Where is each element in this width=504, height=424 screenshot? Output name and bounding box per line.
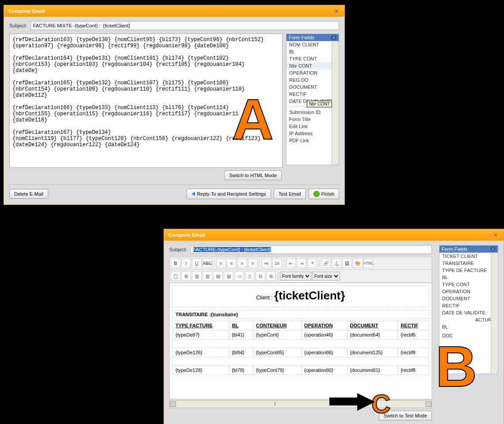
- sidebar-item[interactable]: TYPE CONT: [439, 281, 498, 288]
- sidebar-item[interactable]: DOCUMENT: [286, 83, 339, 91]
- arrow-left-icon: [191, 192, 195, 196]
- indent-icon[interactable]: ⇥: [297, 258, 306, 268]
- close-icon[interactable]: ×: [333, 8, 340, 15]
- font-family-select[interactable]: Font family: [280, 272, 311, 280]
- sidebar-item[interactable]: DOC: [439, 332, 498, 339]
- sidebar-item[interactable]: BL: [439, 274, 498, 281]
- sidebar-item[interactable]: Form Title: [286, 116, 339, 123]
- list-ul-icon[interactable]: •≡: [262, 258, 271, 268]
- subject-label: Subject:: [9, 23, 27, 28]
- switch-html-mode-button[interactable]: Switch to HTML Mode: [224, 170, 282, 180]
- merge-icon[interactable]: ⊟: [256, 271, 265, 281]
- sidebar-item[interactable]: NOM CLIENT: [286, 41, 339, 48]
- info-icon[interactable]: i: [490, 246, 496, 252]
- sidebar-item[interactable]: BL: [439, 323, 498, 330]
- bold-icon[interactable]: B: [171, 258, 180, 268]
- sidebar-item[interactable]: Submission ID: [286, 109, 339, 116]
- italic-icon[interactable]: I: [181, 258, 191, 268]
- rte-toolbar-row-1: B I U ABC ≡ ≡ ≡ ≡ •≡ 1≡ ⇤ ⇥ ❝: [169, 257, 432, 270]
- sidebar-item[interactable]: OPERATION: [439, 288, 498, 295]
- subject-input[interactable]: [31, 21, 339, 30]
- client-line: Client : {ticketClient}: [172, 286, 429, 307]
- table-header: TYPE FACTURE: [173, 321, 229, 330]
- form-fields-list: TICKET CLIENT TRANSITAIRE TYPE DE FACTUR…: [439, 253, 498, 374]
- form-fields-panel: Form Fields i NOM CLIENT BL TYPE CONT Nb…: [286, 34, 339, 165]
- table-row: {typeDe87} {bl41} {typeCont} {operation4…: [173, 330, 429, 340]
- sidebar-item[interactable]: RECTIF: [286, 91, 339, 98]
- col-after-icon[interactable]: ▤: [224, 271, 233, 281]
- sidebar-item[interactable]: TYPE DE FACTURE: [439, 267, 498, 274]
- col-before-icon[interactable]: ▤: [213, 271, 223, 281]
- sidebar-item[interactable]: Edit Link: [286, 123, 339, 130]
- transitaire-line: TRANSITAIRE :{transitaire}: [172, 310, 429, 319]
- sidebar-item[interactable]: RECTIF: [439, 302, 498, 309]
- table-header: RECTIF: [398, 321, 429, 330]
- test-email-button[interactable]: Test Email: [274, 189, 306, 199]
- form-fields-header: Form Fields i: [286, 34, 339, 41]
- table-header: OPERATION: [302, 321, 347, 330]
- delete-row-icon[interactable]: ▭: [234, 271, 244, 281]
- sidebar-item[interactable]: DOCUMENT: [439, 295, 498, 302]
- horizontal-scrollbar[interactable]: [169, 400, 432, 408]
- sidebar-item[interactable]: ACTURE: [439, 316, 498, 323]
- split-icon[interactable]: ⊞: [266, 271, 276, 281]
- subject-selected-text: FACTURE-{typeCont} : {ticketClient}: [193, 247, 271, 252]
- switch-text-mode-button[interactable]: Switch to Text Mode: [379, 411, 432, 420]
- quote-icon[interactable]: ❝: [307, 258, 317, 268]
- sidebar-item[interactable]: BL: [286, 48, 339, 55]
- color-icon[interactable]: 🎨: [353, 258, 363, 268]
- close-icon[interactable]: ×: [492, 231, 499, 238]
- sidebar-item[interactable]: TYPE CONT: [286, 55, 339, 62]
- sidebar-item[interactable]: Nbr CONT: [286, 62, 339, 69]
- align-center-icon[interactable]: ≡: [227, 258, 237, 268]
- scrollbar[interactable]: [332, 41, 339, 165]
- window-title: Compose Email: [8, 8, 45, 14]
- sidebar-item[interactable]: PDF Link: [286, 137, 339, 144]
- reply-recipient-settings-button[interactable]: Reply-To and Recipient Settings: [187, 189, 271, 199]
- paste-icon[interactable]: 📋: [171, 271, 180, 281]
- scrollbar[interactable]: [491, 253, 498, 374]
- sidebar-item[interactable]: DATE DE VALIDITE: [439, 309, 498, 316]
- underline-icon[interactable]: U: [192, 258, 202, 268]
- form-fields-panel-b: Form Fields i TICKET CLIENT TRANSITAIRE …: [439, 245, 498, 374]
- strike-icon[interactable]: ABC: [202, 258, 212, 268]
- table-icon[interactable]: ⊞: [181, 271, 191, 281]
- align-right-icon[interactable]: ≡: [237, 258, 247, 268]
- divider: [289, 106, 336, 107]
- compose-email-window-a: Compose Email × Subject: {refDeclaration…: [4, 5, 345, 205]
- delete-col-icon[interactable]: ▯: [245, 271, 255, 281]
- titlebar-a: Compose Email ×: [4, 5, 344, 17]
- info-icon[interactable]: i: [331, 35, 336, 40]
- sidebar-item[interactable]: TICKET CLIENT: [439, 253, 498, 260]
- subject-input[interactable]: FACTURE-{typeCont} : {ticketClient}: [191, 245, 432, 254]
- html-icon[interactable]: HTML: [363, 258, 373, 268]
- image-icon[interactable]: 🖼: [342, 258, 352, 268]
- sidebar-item[interactable]: IP Address: [286, 130, 339, 137]
- check-icon: [313, 191, 320, 197]
- sidebar-item[interactable]: TRANSITAIRE: [439, 260, 498, 267]
- table-header: DOCUMENT: [347, 321, 398, 330]
- align-justify-icon[interactable]: ≡: [248, 258, 258, 268]
- rte-content-area[interactable]: Client : {ticketClient} TRANSITAIRE :{tr…: [169, 283, 432, 399]
- outdent-icon[interactable]: ⇤: [286, 258, 296, 268]
- client-value: {ticketClient}: [274, 289, 345, 302]
- link-icon[interactable]: 🔗: [321, 258, 331, 268]
- compose-email-window-b: Compose Email × Subject: FACTURE-{typeCo…: [164, 229, 504, 424]
- anchor-icon[interactable]: ⚓: [332, 258, 341, 268]
- sidebar-item[interactable]: DATE DE VALIDITE: [286, 98, 339, 105]
- row-before-icon[interactable]: ▥: [192, 271, 202, 281]
- email-body-textarea[interactable]: {refDeclaration163} {typeDe130} {nomClie…: [9, 34, 283, 168]
- sidebar-item[interactable]: OPERATION: [286, 69, 339, 76]
- list-ol-icon[interactable]: 1≡: [272, 258, 282, 268]
- data-table: TYPE FACTURE BL CONTENEUR OPERATION DOCU…: [172, 321, 429, 375]
- form-fields-header: Form Fields i: [439, 246, 498, 253]
- form-fields-list: NOM CLIENT BL TYPE CONT Nbr CONT OPERATI…: [286, 41, 339, 165]
- font-size-select[interactable]: Font size: [312, 272, 340, 280]
- sidebar-item[interactable]: REG.DO: [286, 76, 339, 83]
- table-row: {typeDe126} {bl84} {typeCont85} {operati…: [173, 348, 429, 357]
- finish-button[interactable]: Finish: [309, 189, 339, 199]
- row-after-icon[interactable]: ▥: [202, 271, 212, 281]
- table-header: CONTENEUR: [253, 321, 301, 330]
- align-left-icon[interactable]: ≡: [216, 258, 226, 268]
- delete-email-button[interactable]: Delete E-Mail: [9, 189, 48, 199]
